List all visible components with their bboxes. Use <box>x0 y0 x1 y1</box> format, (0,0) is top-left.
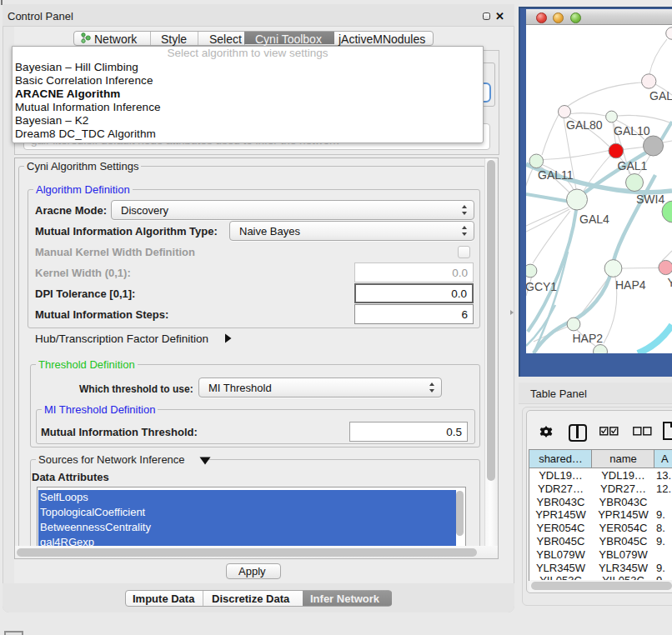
svg-text:SWI4: SWI4 <box>636 192 664 206</box>
svg-text:GAL80: GAL80 <box>566 118 603 132</box>
svg-text:GAL1: GAL1 <box>618 159 648 172</box>
svg-text:GAL2: GAL2 <box>649 89 672 102</box>
svg-text:GAL11: GAL11 <box>538 168 574 182</box>
svg-text:GAL4: GAL4 <box>579 212 609 226</box>
svg-text:HAP2: HAP2 <box>573 332 604 345</box>
svg-text:Y: Y <box>668 276 672 289</box>
svg-text:HAP4: HAP4 <box>615 278 646 292</box>
svg-text:GCY1: GCY1 <box>526 280 557 293</box>
svg-text:GAL10: GAL10 <box>614 124 650 138</box>
